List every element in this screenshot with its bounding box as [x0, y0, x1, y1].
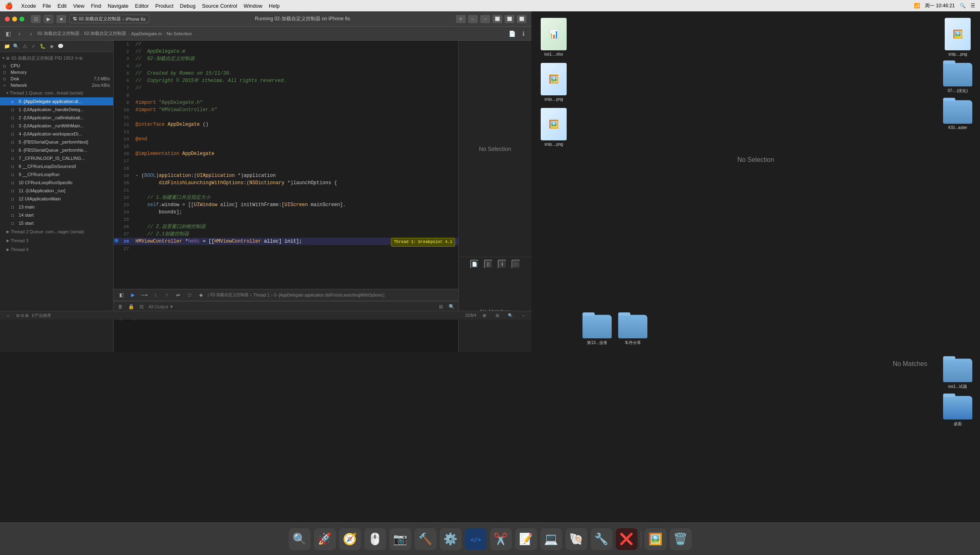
layout-fwd-btn[interactable]: → — [480, 15, 490, 23]
nav-thread1[interactable]: ▾ Thread 1 Queue: com...hread (serial) — [0, 88, 113, 97]
dock-shell[interactable]: 🐚 — [565, 528, 587, 550]
dock-close[interactable]: ❌ — [616, 528, 638, 550]
nav-thread1-item-9[interactable]: □ 9 __CFRunLoopRun — [0, 170, 113, 179]
minimize-button[interactable] — [12, 17, 17, 22]
insp-info-btn[interactable]: ℹ — [498, 260, 507, 269]
menu-view[interactable]: View — [73, 3, 84, 9]
navigator-btn[interactable]: ◧ — [3, 29, 13, 39]
scheme-selector[interactable]: 🏗 02-加载自定义控制器 › iPhone 6s — [69, 15, 149, 23]
status-nav-btn[interactable]: ↔ — [3, 311, 13, 321]
folder-07[interactable]: 07-...(优化) — [943, 63, 972, 94]
bc-symbol[interactable]: No Selection — [167, 31, 192, 36]
status-right-btn[interactable]: → — [518, 311, 528, 321]
console-filter-btn[interactable]: 🔍 — [448, 303, 455, 310]
menu-source-control[interactable]: Source Control — [202, 3, 237, 9]
dock-tools[interactable]: 🔨 — [415, 528, 436, 550]
stop-button[interactable]: ■ — [56, 15, 66, 23]
console-expand-btn[interactable]: ⊞ — [437, 303, 445, 310]
debug-stepin-btn[interactable]: ↓ — [151, 290, 160, 299]
menu-editor[interactable]: Editor — [135, 3, 149, 9]
nav-thread1-item-5[interactable]: □ 5 -[FBSSerialQueue _performNext] — [0, 138, 113, 146]
maximize-button[interactable] — [19, 17, 24, 22]
debug-continue-btn[interactable]: ▶ — [128, 290, 137, 299]
menu-xcode[interactable]: Xcode — [21, 3, 36, 9]
nav-thread1-item-12[interactable]: □ 12 UIApplicationMain — [0, 195, 113, 203]
dock-settings[interactable]: ⚙️ — [440, 528, 462, 550]
dock-safari[interactable]: 🧭 — [339, 528, 361, 550]
file-png-3[interactable]: 🖼️ snip....png — [945, 18, 971, 56]
nav-thread1-item-13[interactable]: □ 13 main — [0, 203, 113, 211]
dock-finder[interactable]: 🔍 — [289, 528, 311, 550]
dock-terminal[interactable]: 💻 — [540, 528, 562, 550]
debug-queue-btn[interactable]: □ — [185, 290, 194, 299]
dock-config[interactable]: 🔧 — [591, 528, 612, 550]
dock-notes[interactable]: 📝 — [515, 528, 537, 550]
menu-help[interactable]: Help — [269, 3, 280, 9]
nav-thread1-item-8[interactable]: □ 8 __CFRunLoopDoSources0 — [0, 162, 113, 170]
nav-thread1-item-1[interactable]: □ 1 -[UIApplication _handleDeleg... — [0, 105, 113, 114]
nav-project-header[interactable]: ▾ 🖥 02-加载自定义控制器 PID 1953 ⟳ ⊞ — [0, 54, 113, 62]
code-editor[interactable]: 1 // 2 // AppDelegate.m 3 // 02-加载自定义控制器… — [114, 41, 458, 289]
dock-xcode[interactable]: </> — [465, 528, 487, 550]
nav-thread1-item-15[interactable]: □ 15 start — [0, 219, 113, 227]
nav-thread4[interactable]: ▶ Thread 4 — [0, 245, 113, 254]
nav-thread2[interactable]: ▶ Thread 2 Queue: com...nager (serial) — [0, 227, 113, 236]
file-xlsx[interactable]: 📊 ios1....xlsx — [541, 18, 567, 56]
nav-thread1-item-10[interactable]: □ 10 CFRunLoopRunSpecific — [0, 179, 113, 187]
console-split-btn[interactable]: ⊟ — [138, 303, 145, 310]
menu-find[interactable]: Find — [91, 3, 101, 9]
debug-hide-btn[interactable]: ◧ — [117, 290, 126, 299]
dock-preview[interactable]: 🖼️ — [645, 528, 666, 550]
nav-thread1-item-6[interactable]: □ 6 -[FBSSerialQueue _performNe... — [0, 146, 113, 154]
run-button[interactable]: ▶ — [44, 15, 53, 23]
nav-memory[interactable]: □ Memory — [0, 69, 113, 75]
info-btn[interactable]: ℹ — [518, 29, 528, 39]
nav-log-btn[interactable]: 💬 — [57, 43, 64, 50]
nav-folder-btn[interactable]: 📁 — [3, 43, 11, 50]
nav-search-btn[interactable]: 🔍 — [12, 43, 19, 50]
nav-thread1-item-14[interactable]: □ 14 start — [0, 211, 113, 219]
nav-breakpoint-btn[interactable]: ◆ — [48, 43, 55, 50]
nav-test-btn[interactable]: ✓ — [30, 43, 37, 50]
status-split-btn[interactable]: ⊟ — [492, 311, 502, 321]
dock-camera[interactable]: 📷 — [389, 528, 411, 550]
insp-bracket-btn[interactable]: {} — [484, 260, 493, 269]
debug-stepout-btn[interactable]: ↑ — [162, 290, 171, 299]
file-png-2[interactable]: 🖼️ snip....png — [541, 108, 567, 146]
dock-trash[interactable]: 🗑️ — [670, 528, 692, 550]
insp-doc-btn[interactable]: 📄 — [470, 260, 479, 269]
panel-left-btn[interactable]: ⬜ — [492, 15, 502, 23]
file-png-1[interactable]: 🖼️ snip....png — [541, 63, 567, 101]
menu-icon[interactable]: ☰ — [971, 3, 975, 9]
bc-group[interactable]: 02-加载自定义控制器 — [84, 30, 127, 37]
menu-navigate[interactable]: Navigate — [107, 3, 128, 9]
menu-file[interactable]: File — [43, 3, 51, 9]
console-lock-btn[interactable]: 🔒 — [127, 303, 135, 310]
nav-thread1-item-4[interactable]: □ 4 -[UIApplication workspaceDi... — [0, 130, 113, 138]
nav-thread1-item-0[interactable]: ▶ 0 -[AppDelegate application:di... — [0, 97, 113, 105]
folder-che[interactable]: 车丹分享 — [618, 315, 647, 346]
dock-mouse[interactable]: 🖱️ — [364, 528, 386, 550]
nav-debug-btn[interactable]: 🐛 — [39, 43, 46, 50]
breakpoint-indicator[interactable] — [114, 239, 118, 243]
folder-desktop[interactable]: 桌面 — [943, 396, 972, 427]
nav-thread1-item-7[interactable]: □ 7 _CFRUNLOOP_IS_CALLING... — [0, 154, 113, 162]
status-filter-btn[interactable]: 🔍 — [505, 311, 515, 321]
close-button[interactable] — [5, 17, 10, 22]
debug-thread-btn[interactable]: ⇌ — [174, 290, 183, 299]
status-expand-btn[interactable]: ⊞ — [479, 311, 489, 321]
nav-thread3[interactable]: ▶ Thread 3 — [0, 236, 113, 245]
menu-debug[interactable]: Debug — [180, 3, 196, 9]
doc-btn[interactable]: 📄 — [507, 29, 517, 39]
dock-scissors[interactable]: ✂️ — [490, 528, 512, 550]
insp-view-btn[interactable]: □ — [511, 260, 520, 269]
nav-thread1-item-11[interactable]: □ 11 -[UIApplication _run] — [0, 187, 113, 195]
nav-cpu[interactable]: □ CPU — [0, 62, 113, 69]
debug-simulate-btn[interactable]: ◈ — [196, 290, 205, 299]
menu-edit[interactable]: Edit — [58, 3, 67, 9]
layout-back-btn[interactable]: ← — [468, 15, 478, 23]
menu-window[interactable]: Window — [244, 3, 262, 9]
prev-btn[interactable]: ‹ — [15, 29, 24, 39]
nav-disk[interactable]: □ Disk 7.3 MB/s — [0, 75, 113, 82]
panel-center-btn[interactable]: ⬜ — [505, 15, 514, 23]
